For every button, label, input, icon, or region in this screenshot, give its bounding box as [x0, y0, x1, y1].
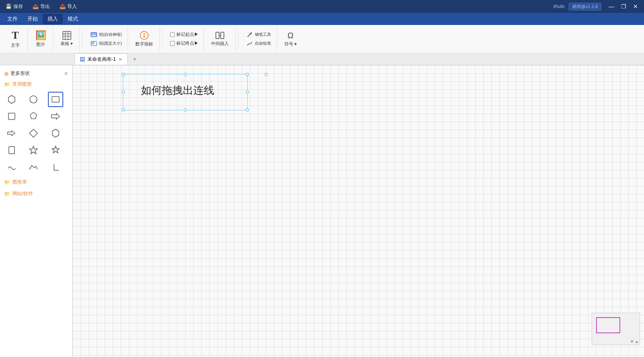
image-button[interactable]: 🖼️ 图片 — [32, 28, 50, 50]
group-fixed-icon — [91, 40, 97, 47]
shape-circle[interactable] — [26, 92, 41, 107]
free-pen-button[interactable]: 自由铅笔 — [244, 39, 273, 47]
symbol-label: 符号 ▾ — [284, 41, 297, 47]
shape-library-label: 图形库 — [12, 179, 27, 186]
shape-bracket[interactable] — [48, 159, 63, 175]
toolbar-group-markers: 标记起点▶ 标记终点▶ — [165, 27, 204, 51]
minimize-button[interactable]: — — [606, 1, 617, 12]
canvas-area[interactable]: 如何拖拽出连线 ▼ ▲ — [72, 65, 644, 357]
shape-diamond[interactable] — [26, 126, 41, 141]
menu-file[interactable]: 文件 — [2, 14, 23, 24]
number-index-icon — [139, 31, 149, 40]
shape-star5[interactable] — [26, 142, 41, 158]
group-auto-button[interactable]: 组(自动伸缩) — [88, 31, 124, 39]
more-shapes-button[interactable]: ⊕ 更多形状 — [4, 70, 30, 77]
shape-hexagon2[interactable] — [48, 126, 63, 141]
canvas-tab-icon: 🖼 — [80, 56, 85, 62]
save-button[interactable]: 💾 保存 — [3, 2, 25, 11]
save-icon: 💾 — [6, 4, 12, 9]
shape-pentagon[interactable] — [26, 109, 41, 124]
svg-marker-20 — [30, 112, 37, 119]
sidebar-close-icon[interactable]: ✕ — [64, 71, 68, 76]
group-auto-label: 组(自动伸缩) — [99, 32, 122, 37]
image-label: 图片 — [36, 41, 45, 47]
mark-end-input[interactable] — [170, 41, 175, 46]
menu-insert[interactable]: 插入 — [43, 14, 63, 24]
close-button[interactable]: ✕ — [630, 1, 641, 12]
toolbar-group-pen: 钢笔工具 自由铅笔 — [241, 27, 277, 51]
canvas-tab[interactable]: 🖼 未命名画布-1 ✕ — [75, 54, 128, 65]
sidebar-header: ⊕ 更多形状 ✕ — [0, 68, 72, 78]
minimap-zoom-in[interactable]: ▲ — [635, 339, 639, 344]
shape-library-folder-icon: 📁 — [4, 180, 10, 185]
main-layout: ⊕ 更多形状 ✕ 📁 常用图形 — [0, 65, 644, 357]
shape-square[interactable] — [4, 109, 19, 124]
pen-tool-button[interactable]: 钢笔工具 — [244, 31, 273, 39]
folder-icon: 📁 — [4, 82, 10, 87]
number-index-button[interactable]: 数字指标 — [132, 28, 156, 50]
toolbar-group-symbol: Ω 符号 ▾ — [278, 27, 303, 51]
middle-insert-icon — [215, 31, 224, 40]
export-icon: 📤 — [33, 4, 39, 9]
svg-rect-6 — [92, 33, 94, 35]
mark-start-checkbox[interactable]: 标记起点▶ — [168, 31, 200, 38]
svg-rect-25 — [9, 147, 14, 154]
canvas-text: 如何拖拽出连线 — [141, 83, 214, 97]
minimap-viewport — [596, 317, 620, 333]
mark-end-checkbox[interactable]: 标记终点▶ — [168, 39, 200, 47]
shape-arc[interactable] — [4, 159, 19, 175]
toolbar: T 文字 🖼️ 图片 表格 ▾ — [0, 25, 644, 53]
shape-library-section[interactable]: 📁 图形库 — [0, 176, 72, 188]
text-icon: T — [12, 29, 19, 41]
toolbar-group-image: 🖼️ 图片 — [29, 27, 53, 51]
shape-arrow-right[interactable] — [48, 109, 63, 124]
minimap-controls: ▼ ▲ — [630, 339, 639, 344]
pen-tool-label: 钢笔工具 — [255, 32, 271, 37]
shape-rect-tall[interactable] — [4, 142, 19, 158]
svg-marker-26 — [29, 146, 37, 154]
tab-close-button[interactable]: ✕ — [118, 57, 122, 62]
svg-rect-0 — [63, 31, 71, 39]
toolbar-group-insert: 中间插入 — [205, 27, 236, 51]
number-index-label: 数字指标 — [135, 41, 153, 47]
website-software-section[interactable]: 📁 网站/软件 — [0, 188, 72, 200]
restore-button[interactable]: ❐ — [618, 1, 629, 12]
common-shapes-section[interactable]: 📁 常用图形 — [0, 78, 72, 90]
website-folder-icon: 📁 — [4, 191, 10, 197]
minimap-zoom-out[interactable]: ▼ — [630, 339, 634, 344]
pen-tool-icon — [246, 31, 253, 38]
toolbar-divider-2 — [162, 29, 163, 49]
import-button[interactable]: 📥 导入 — [57, 2, 79, 11]
svg-rect-12 — [216, 32, 219, 39]
text-label: 文字 — [11, 42, 20, 48]
title-bar-left: 💾 保存 📤 导出 📥 导入 — [3, 2, 79, 11]
add-tab-button[interactable]: + — [129, 54, 141, 65]
group-fixed-button[interactable]: 组(固定大小) — [88, 39, 124, 47]
middle-insert-button[interactable]: 中间插入 — [208, 28, 232, 50]
symbol-button[interactable]: Ω 符号 ▾ — [281, 28, 300, 50]
shape-arrow-right-2[interactable] — [4, 126, 19, 141]
shape-star6[interactable] — [48, 142, 63, 158]
table-label: 表格 ▾ — [60, 41, 73, 47]
website-software-label: 网站/软件 — [12, 190, 33, 197]
text-button[interactable]: T 文字 — [6, 28, 24, 50]
table-button[interactable]: 表格 ▾ — [57, 28, 76, 50]
export-button[interactable]: 📤 导出 — [30, 2, 52, 11]
group-fixed-label: 组(固定大小) — [99, 41, 122, 46]
mark-start-input[interactable] — [170, 32, 175, 37]
svg-rect-13 — [221, 32, 224, 39]
iauto-label: IAuto — [553, 4, 565, 9]
svg-point-15 — [251, 32, 252, 33]
shape-triangle[interactable] — [26, 159, 41, 175]
shape-hexagon[interactable] — [4, 92, 19, 107]
svg-rect-9 — [92, 42, 94, 44]
menu-mode[interactable]: 模式 — [63, 14, 83, 24]
plus-icon: ⊕ — [4, 70, 9, 77]
title-bar-right: IAuto 精简版v1.2.8 — ❐ ✕ — [553, 1, 641, 12]
menu-start[interactable]: 开始 — [23, 14, 43, 24]
common-shapes-label: 常用图形 — [12, 81, 32, 88]
shape-rectangle[interactable] — [48, 92, 63, 107]
toolbar-group-table: 表格 ▾ — [54, 27, 80, 51]
svg-marker-16 — [8, 95, 15, 103]
group-auto-icon — [91, 31, 97, 38]
